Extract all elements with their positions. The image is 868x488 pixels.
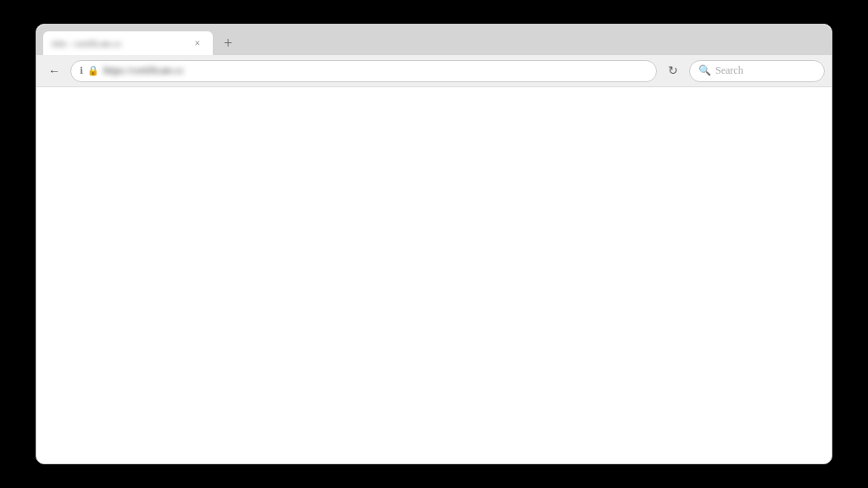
- info-icon: ℹ: [80, 65, 83, 76]
- page-content: [36, 87, 832, 463]
- browser-window: title - certificate.cc × + ← ℹ 🔒 https:/…: [36, 24, 832, 464]
- search-placeholder: Search: [715, 64, 743, 77]
- search-icon: 🔍: [698, 64, 711, 77]
- tab-close-button[interactable]: ×: [191, 36, 204, 50]
- new-tab-button[interactable]: +: [216, 31, 240, 55]
- nav-bar: ← ℹ 🔒 https://certificate.cc ↻ 🔍 Search: [36, 55, 832, 87]
- back-button[interactable]: ←: [43, 60, 65, 82]
- search-bar[interactable]: 🔍 Search: [689, 60, 825, 82]
- address-bar[interactable]: ℹ 🔒 https://certificate.cc: [70, 60, 657, 82]
- tab-title: title - certificate.cc: [52, 38, 186, 48]
- refresh-button[interactable]: ↻: [662, 60, 684, 82]
- address-text: https://certificate.cc: [103, 64, 648, 77]
- browser-tab[interactable]: title - certificate.cc ×: [43, 31, 213, 55]
- lock-icon: 🔒: [87, 65, 99, 76]
- tab-bar: title - certificate.cc × +: [36, 25, 832, 55]
